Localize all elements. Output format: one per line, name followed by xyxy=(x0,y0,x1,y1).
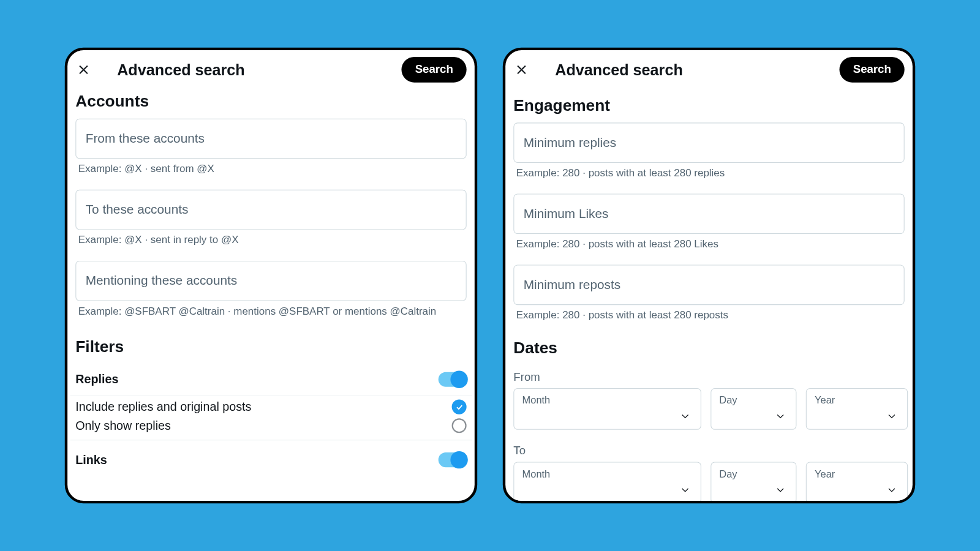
panel-header: Advanced search Search xyxy=(505,50,913,86)
select-label: Day xyxy=(719,394,737,406)
chevron-down-icon xyxy=(886,410,898,422)
filter-row-links: Links xyxy=(70,444,472,475)
to-day-select[interactable]: Day xyxy=(710,462,796,503)
date-from-label: From xyxy=(508,365,910,388)
section-title-dates: Dates xyxy=(508,336,910,365)
check-icon xyxy=(455,403,464,411)
page-title: Advanced search xyxy=(555,61,683,79)
advanced-search-panel-engagement: Advanced search Search Engagement Minimu… xyxy=(503,48,915,504)
select-label: Month xyxy=(522,394,551,406)
min-reposts-hint: Example: 280 · posts with at least 280 r… xyxy=(513,305,904,332)
include-option-label: Include replies and original posts xyxy=(75,400,251,414)
radio-row-only[interactable]: Only show replies xyxy=(70,417,472,440)
min-reposts-input[interactable]: Minimum reposts xyxy=(513,264,904,305)
only-option-radio[interactable] xyxy=(452,418,467,433)
replies-toggle[interactable] xyxy=(439,372,467,387)
from-accounts-input[interactable]: From these accounts xyxy=(75,119,466,159)
only-option-label: Only show replies xyxy=(75,419,171,433)
advanced-search-panel-accounts: Advanced search Search Accounts From the… xyxy=(65,48,477,504)
to-month-select[interactable]: Month xyxy=(513,462,701,503)
search-button[interactable]: Search xyxy=(840,57,905,83)
section-title-accounts: Accounts xyxy=(70,86,472,119)
close-icon xyxy=(77,63,90,77)
links-filter-label: Links xyxy=(75,453,107,467)
close-icon xyxy=(515,63,529,77)
select-label: Month xyxy=(522,468,551,479)
section-title-engagement: Engagement xyxy=(508,86,910,122)
to-accounts-input[interactable]: To these accounts xyxy=(75,190,466,230)
panel-header: Advanced search Search xyxy=(67,50,475,86)
include-option-radio[interactable] xyxy=(452,400,467,414)
chevron-down-icon xyxy=(679,410,692,422)
chevron-down-icon xyxy=(774,484,786,497)
min-likes-input[interactable]: Minimum Likes xyxy=(513,193,904,234)
to-year-select[interactable]: Year xyxy=(806,462,908,503)
from-day-select[interactable]: Day xyxy=(710,388,796,430)
close-button[interactable] xyxy=(74,61,93,80)
section-title-filters: Filters xyxy=(70,332,472,364)
from-year-select[interactable]: Year xyxy=(806,388,908,430)
min-replies-input[interactable]: Minimum replies xyxy=(513,122,904,163)
chevron-down-icon xyxy=(774,410,786,422)
chevron-down-icon xyxy=(679,484,692,497)
links-toggle[interactable] xyxy=(439,452,467,467)
select-label: Year xyxy=(815,468,835,479)
search-button[interactable]: Search xyxy=(402,57,467,83)
min-replies-hint: Example: 280 · posts with at least 280 r… xyxy=(513,163,904,190)
select-label: Year xyxy=(815,394,835,406)
chevron-down-icon xyxy=(886,484,898,497)
radio-row-include[interactable]: Include replies and original posts xyxy=(70,395,472,417)
from-month-select[interactable]: Month xyxy=(513,388,701,430)
select-label: Day xyxy=(719,468,737,479)
from-accounts-hint: Example: @X · sent from @X xyxy=(75,159,466,186)
date-to-label: To xyxy=(508,439,910,462)
min-likes-hint: Example: 280 · posts with at least 280 L… xyxy=(513,234,904,261)
mentioning-accounts-input[interactable]: Mentioning these accounts xyxy=(75,261,466,301)
filter-row-replies: Replies xyxy=(70,364,472,395)
close-button[interactable] xyxy=(512,61,531,80)
page-title: Advanced search xyxy=(117,61,245,79)
replies-filter-label: Replies xyxy=(75,372,118,386)
to-accounts-hint: Example: @X · sent in reply to @X xyxy=(75,230,466,257)
mentioning-accounts-hint: Example: @SFBART @Caltrain · mentions @S… xyxy=(75,301,466,328)
